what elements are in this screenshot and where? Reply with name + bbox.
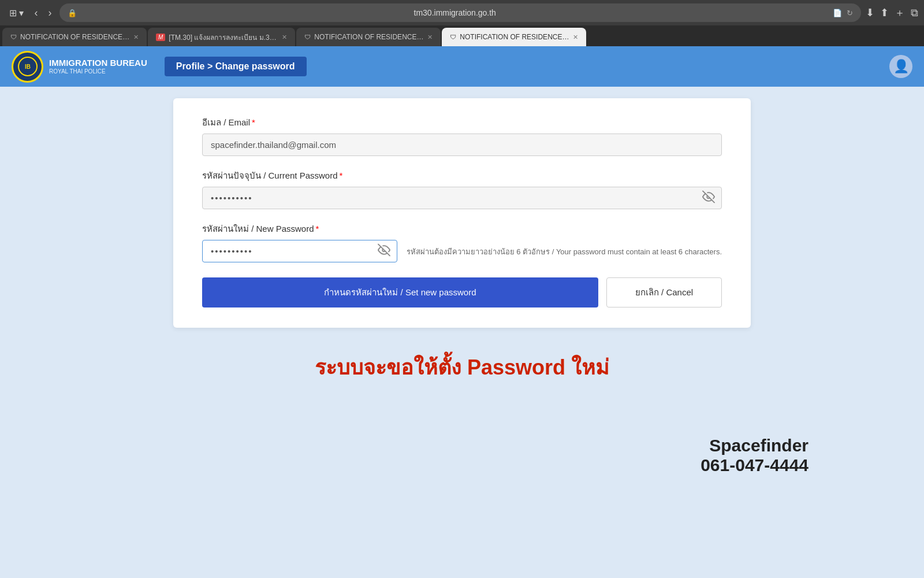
browser-tab-2[interactable]: M [TM.30] แจ้งผลการลงทะเบียน ม.30 (Regis…	[148, 28, 295, 46]
reload-icon[interactable]: ↻	[847, 9, 853, 17]
bureau-name: IMMIGRATION BUREAU	[49, 58, 147, 68]
toggle-current-password-icon[interactable]	[702, 190, 715, 206]
form-card: อีเมล / Email* รหัสผ่านปัจจุบัน / Curren…	[173, 98, 751, 328]
logo-badge: IB	[12, 51, 43, 83]
new-password-row: รหัสผ่านต้องมีความยาวอย่างน้อย 6 ตัวอักษ…	[202, 240, 722, 262]
toolbar-actions: ⬇ ⬆ ＋ ⧉	[866, 6, 918, 20]
new-password-input[interactable]	[202, 240, 397, 262]
current-password-label: รหัสผ่านปัจจุบัน / Current Password*	[202, 169, 722, 183]
breadcrumb[interactable]: Profile > Change password	[165, 57, 307, 76]
logo-text: IMMIGRATION BUREAU ROYAL THAI POLICE	[49, 58, 147, 75]
logo-area: IB IMMIGRATION BUREAU ROYAL THAI POLICE	[12, 51, 147, 83]
tab-favicon-1: 🛡	[10, 34, 17, 40]
site-header: IB IMMIGRATION BUREAU ROYAL THAI POLICE …	[0, 46, 924, 87]
email-label: อีเมล / Email*	[202, 116, 722, 129]
reader-mode-icon[interactable]: 📄	[833, 9, 842, 17]
tab-favicon-4: 🛡	[450, 34, 456, 40]
address-bar[interactable]: tm30.immigration.go.th	[81, 8, 828, 17]
tab-label-1: NOTIFICATION OF RESIDENCE FOR FOREIGNERS	[20, 33, 130, 41]
window-icon[interactable]: ⧉	[911, 7, 918, 19]
browser-toolbar: ⊞ ▾ ‹ › 🔒 tm30.immigration.go.th 📄 ↻ ⬇ ⬆…	[0, 0, 924, 25]
avatar-icon: 👤	[893, 59, 909, 74]
cancel-button[interactable]: ยกเลิก / Cancel	[606, 277, 722, 307]
address-bar-container: 🔒 tm30.immigration.go.th 📄 ↻	[59, 3, 861, 22]
current-password-input[interactable]	[202, 187, 722, 209]
svg-text:IB: IB	[25, 64, 31, 70]
tab-close-2[interactable]: ✕	[282, 34, 287, 41]
share-icon[interactable]: ⬆	[880, 6, 889, 19]
browser-chrome: ⊞ ▾ ‹ › 🔒 tm30.immigration.go.th 📄 ↻ ⬇ ⬆…	[0, 0, 924, 46]
tab-close-1[interactable]: ✕	[133, 34, 139, 41]
tab-close-4[interactable]: ✕	[573, 34, 578, 41]
contact-block: Spacefinder 061-047-4444	[0, 436, 924, 475]
announcement-section: ระบบจะขอให้ตั้ง Password ใหม่	[0, 345, 924, 390]
browser-tab-3[interactable]: 🛡 NOTIFICATION OF RESIDENCE FOR FOREIGNE…	[296, 28, 441, 46]
button-row: กำหนดรหัสผ่านใหม่ / Set new password ยกเ…	[202, 277, 722, 307]
email-input-wrap	[202, 134, 722, 156]
new-tab-icon[interactable]: ＋	[895, 6, 905, 20]
new-password-field-group: รหัสผ่านใหม่ / New Password* รหัสผ่านต้อ…	[202, 222, 722, 262]
download-icon[interactable]: ⬇	[866, 6, 874, 19]
tab-label-4: NOTIFICATION OF RESIDENCE FOR FOREIGNERS	[460, 33, 569, 41]
tab-label-2: [TM.30] แจ้งผลการลงทะเบียน ม.30 (Registe…	[169, 32, 278, 43]
bureau-subtitle: ROYAL THAI POLICE	[49, 68, 147, 75]
browser-tabs: 🛡 NOTIFICATION OF RESIDENCE FOR FOREIGNE…	[0, 25, 924, 46]
main-content: อีเมล / Email* รหัสผ่านปัจจุบัน / Curren…	[0, 87, 924, 561]
password-hint: รหัสผ่านต้องมีความยาวอย่างน้อย 6 ตัวอักษ…	[407, 240, 722, 258]
tab-favicon-3: 🛡	[304, 34, 311, 40]
toggle-new-password-icon[interactable]	[378, 243, 390, 259]
user-avatar[interactable]: 👤	[889, 55, 912, 78]
browser-tab-4[interactable]: 🛡 NOTIFICATION OF RESIDENCE FOR FOREIGNE…	[442, 28, 586, 46]
logo-emblem: IB	[17, 56, 38, 77]
current-password-field-group: รหัสผ่านปัจจุบัน / Current Password*	[202, 169, 722, 209]
set-password-button[interactable]: กำหนดรหัสผ่านใหม่ / Set new password	[202, 277, 598, 307]
forward-button[interactable]: ›	[44, 6, 55, 20]
current-password-input-wrap	[202, 187, 722, 209]
browser-tab-1[interactable]: 🛡 NOTIFICATION OF RESIDENCE FOR FOREIGNE…	[2, 28, 147, 46]
email-field-group: อีเมล / Email*	[202, 116, 722, 156]
back-button[interactable]: ‹	[31, 6, 41, 20]
new-password-label: รหัสผ่านใหม่ / New Password*	[202, 222, 722, 236]
email-input[interactable]	[202, 134, 722, 156]
lock-icon: 🔒	[68, 9, 77, 17]
tab-close-3[interactable]: ✕	[427, 34, 433, 41]
tab-favicon-2: M	[156, 34, 165, 41]
browser-controls: ⊞ ▾ ‹ ›	[6, 5, 55, 21]
announcement-text: ระบบจะขอให้ตั้ง Password ใหม่	[0, 351, 924, 384]
tab-label-3: NOTIFICATION OF RESIDENCE FOR FOREIGNERS	[314, 33, 424, 41]
contact-name: Spacefinder	[0, 436, 808, 455]
contact-phone: 061-047-4444	[0, 455, 808, 475]
sidebar-toggle-button[interactable]: ⊞ ▾	[6, 5, 27, 21]
new-password-input-wrap	[202, 240, 397, 262]
